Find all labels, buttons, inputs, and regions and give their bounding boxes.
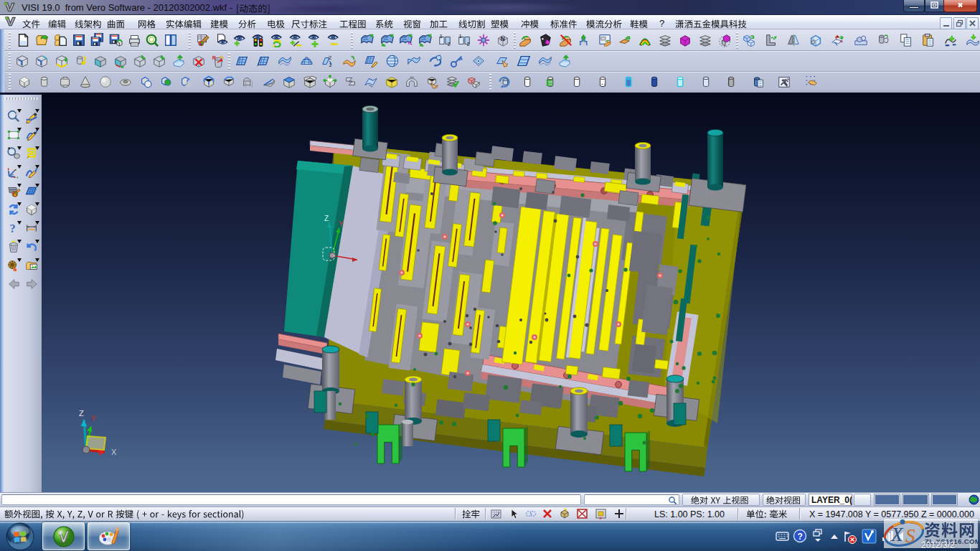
svg-text:X: X (890, 524, 904, 545)
svg-text:S: S (905, 525, 915, 547)
svg-text:Z: Z (79, 409, 84, 418)
svg-text:Z: Z (324, 215, 329, 222)
svg-text:Y: Y (91, 415, 96, 423)
svg-text:Y: Y (339, 220, 344, 228)
svg-text:?: ? (798, 532, 803, 542)
svg-text:X: X (111, 448, 117, 456)
